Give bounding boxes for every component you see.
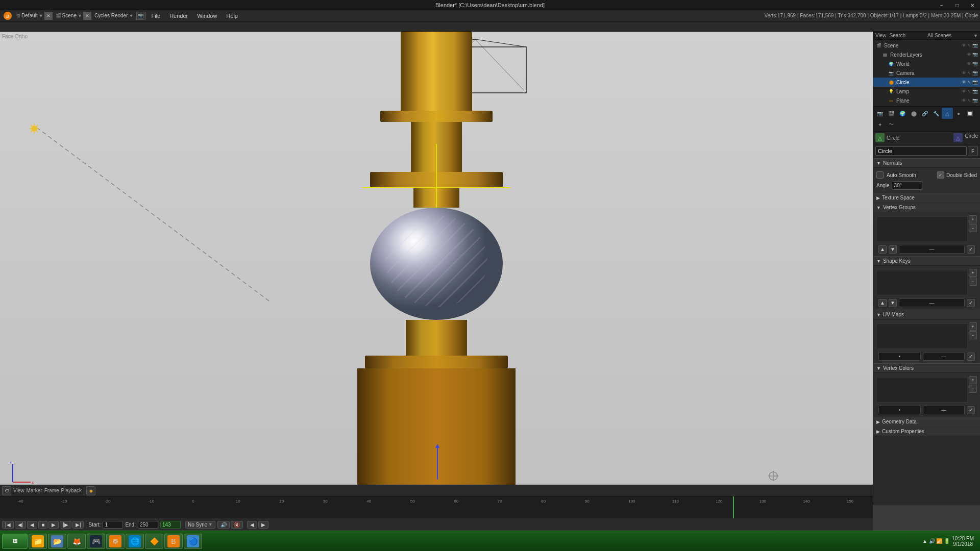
double-sided-checkbox[interactable]: ✓ [937,171,944,179]
tl-frame-btn[interactable]: Frame [44,488,59,493]
vg-checkmark[interactable]: ✓ [967,245,975,254]
constraints-icon[interactable]: 🔗 [919,108,930,119]
sk-move-down[interactable]: ▼ [889,299,897,307]
render-icon-world[interactable]: 📷 [972,61,978,66]
screen-layout-selector[interactable]: ⊞ Default ▼ ✕ [16,12,53,20]
outliner-item-circle[interactable]: ⬤ Circle 👁 ↖ 📷 [873,78,980,87]
render-icon-lamp[interactable]: 📷 [972,89,978,94]
mute-btn[interactable]: 🔇 [231,521,243,529]
shape-keys-header[interactable]: ▼ Shape Keys [873,256,980,266]
uv-remove-btn[interactable]: − [969,331,977,339]
uv-maps-header[interactable]: ▼ UV Maps [873,310,980,319]
texture-icon[interactable]: 🔲 [964,108,975,119]
eye-icon-circle[interactable]: 👁 [962,80,966,85]
taskbar-app-misc2[interactable]: 🔵 [184,534,202,549]
jump-start-btn[interactable]: |◀ [2,521,14,529]
eye-icon-world[interactable]: 👁 [967,61,971,66]
eye-icon-lamp[interactable]: 👁 [962,89,966,94]
start-button[interactable]: ⊞ [2,534,28,549]
blender-logo[interactable]: B [2,10,13,21]
sk-checkmark[interactable]: ✓ [967,299,975,307]
render-icon-plane[interactable]: 📷 [972,98,978,103]
cursor-icon-lamp[interactable]: ↖ [967,89,971,94]
maximize-button[interactable]: □ [949,0,965,10]
scene-selector[interactable]: 🎬 Scene ▼ ✕ [56,12,91,20]
play-reverse-btn[interactable]: ◀ [27,521,37,529]
sync-mode-dropdown[interactable]: No Sync ▼ [185,521,215,529]
timeline-icon[interactable]: ⏱ [2,486,11,495]
sk-move-up[interactable]: ▲ [878,299,887,307]
outliner-item-lamp[interactable]: 💡 Lamp 👁 ↖ 📷 [873,87,980,96]
outliner-search-btn[interactable]: Search [890,33,906,38]
world-props-icon[interactable]: 🌍 [897,108,908,119]
outliner-item-scene[interactable]: 🎬 Scene 👁 ↖ 📷 [873,41,980,50]
cursor-icon-plane[interactable]: ↖ [967,98,971,103]
material-icon[interactable]: ● [953,108,964,119]
eye-icon-plane[interactable]: 👁 [962,98,966,103]
stop-btn[interactable]: ■ [38,521,47,529]
tl-marker-btn[interactable]: Marker [27,488,42,493]
taskbar-app-ie[interactable]: 🌐 [126,534,144,549]
sk-remove-btn[interactable]: − [969,278,977,286]
taskbar-app-explorer[interactable]: 📁 [29,534,47,549]
audio-scrub-btn[interactable]: 🔊 [217,521,230,529]
jump-end-btn[interactable]: ▶| [72,521,84,529]
render-engine-selector[interactable]: Cycles Render ▼ [94,13,134,18]
texture-space-header[interactable]: ▶ Texture Space [873,193,980,203]
taskbar-app-firefox[interactable]: 🦊 [67,534,86,549]
taskbar-app-steam[interactable]: 🎮 [87,534,105,549]
object-name-input[interactable] [875,146,967,156]
menu-window[interactable]: Window [193,12,221,20]
minimize-button[interactable]: − [934,0,949,10]
outliner-filter-icon[interactable]: ▼ [973,33,978,38]
play-btn[interactable]: ▶ [48,521,59,529]
outliner-item-camera[interactable]: 📷 Camera 👁 ↖ 📷 [873,68,980,78]
auto-smooth-checkbox[interactable] [876,171,884,179]
physics-icon[interactable]: 〜 [886,119,897,130]
render-icon-cam[interactable]: 📷 [972,70,978,76]
keying-prev[interactable]: ◀ [247,521,257,529]
menu-render[interactable]: Render [165,12,192,20]
outliner-view-btn[interactable]: View [875,33,887,38]
render-icon-scene[interactable]: 📷 [972,43,978,48]
tl-playback-btn[interactable]: Playback [61,488,82,493]
tl-view-btn[interactable]: View [13,488,24,493]
taskbar-app-chrome[interactable]: 🔶 [145,534,163,549]
menu-file[interactable]: File [147,12,164,20]
menu-help[interactable]: Help [222,12,242,20]
outliner-item-world[interactable]: 🌍 World 👁 📷 [873,59,980,68]
vg-add-btn[interactable]: + [969,215,977,223]
taskbar-app-folder[interactable]: 📂 [48,534,66,549]
particles-icon[interactable]: ✦ [874,119,886,130]
object-props-icon[interactable]: ⬤ [908,108,919,119]
next-frame-btn[interactable]: |▶ [60,521,71,529]
prev-frame-btn[interactable]: ◀| [15,521,27,529]
modifier-icon[interactable]: 🔧 [930,108,942,119]
eye-icon-rl[interactable]: 👁 [967,52,971,57]
close-button[interactable]: ✕ [965,0,980,10]
timeline-scrubber[interactable]: -40 -30 -20 -10 0 10 20 30 40 50 60 70 8… [0,496,873,518]
end-frame-input[interactable] [138,521,158,529]
uv-checkmark[interactable]: ✓ [967,353,975,361]
render-icon-circle[interactable]: 📷 [972,80,978,85]
custom-props-header[interactable]: ▶ Custom Properties [873,427,980,436]
taskbar-app-blender[interactable]: B [164,534,183,549]
sk-add-btn[interactable]: + [969,269,977,277]
cursor-icon-cam[interactable]: ↖ [967,70,971,76]
start-frame-input[interactable] [103,521,123,529]
outliner-item-plane[interactable]: ▭ Plane 👁 ↖ 📷 [873,96,980,105]
keying-next[interactable]: ▶ [258,521,268,529]
vg-move-up[interactable]: ▲ [878,245,887,254]
cursor-icon-circle[interactable]: ↖ [967,80,971,85]
keyframe-toggle[interactable]: ◆ [86,486,95,495]
render-camera-icon[interactable]: 📷 [136,12,144,20]
vg-weight[interactable]: — [899,245,965,254]
render-icon-rl[interactable]: 📷 [972,52,978,57]
vg-remove-btn[interactable]: − [969,224,977,232]
normals-section-header[interactable]: ▼ Normals [873,158,980,168]
geometry-data-header[interactable]: ▶ Geometry Data [873,417,980,427]
fake-user-button[interactable]: F [968,146,978,156]
sk-value[interactable]: — [899,298,965,307]
eye-icon-cam[interactable]: 👁 [962,70,966,76]
uv-add-btn[interactable]: + [969,322,977,331]
